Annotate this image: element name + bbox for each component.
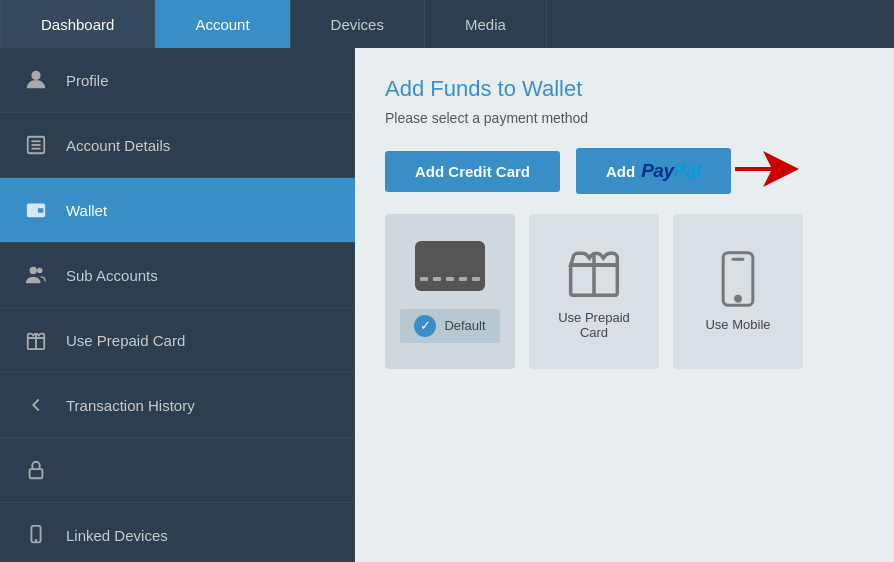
default-label: Default: [444, 318, 485, 333]
sidebar-label-account-details: Account Details: [66, 137, 170, 154]
sidebar-item-account-details[interactable]: Account Details: [0, 113, 355, 178]
sidebar-item-transaction-history[interactable]: Transaction History: [0, 373, 355, 438]
history-icon: [20, 389, 52, 421]
sidebar-item-prepaid-card[interactable]: Use Prepaid Card: [0, 308, 355, 373]
person-icon: [20, 64, 52, 96]
sidebar-label-sub-accounts: Sub Accounts: [66, 267, 158, 284]
svg-marker-15: [735, 151, 799, 187]
add-paypal-button[interactable]: Add PayPal: [576, 148, 731, 194]
top-nav: Dashboard Account Devices Media: [0, 0, 894, 48]
paypal-brand-label: PayPal: [641, 160, 700, 182]
check-icon: ✓: [414, 315, 436, 337]
page-subtitle: Please select a payment method: [385, 110, 864, 126]
payment-cards-row: ✓ Default Use Prepaid Card: [385, 214, 864, 369]
sidebar-item-linked-devices[interactable]: Linked Devices: [0, 503, 355, 562]
lock-icon: [20, 454, 52, 486]
svg-rect-11: [30, 469, 43, 478]
svg-point-21: [736, 296, 741, 301]
page-title: Add Funds to Wallet: [385, 76, 864, 102]
svg-rect-6: [38, 208, 44, 213]
nav-item-devices[interactable]: Devices: [291, 0, 425, 48]
payment-card-prepaid[interactable]: Use Prepaid Card: [529, 214, 659, 369]
sidebar-label-linked-devices: Linked Devices: [66, 527, 168, 544]
group-icon: [20, 259, 52, 291]
payment-buttons-row: Add Credit Card Add PayPal: [385, 148, 864, 194]
sidebar-label-profile: Profile: [66, 72, 109, 89]
device-icon: [20, 519, 52, 551]
prepaid-card-label: Use Prepaid Card: [543, 310, 645, 340]
nav-item-dashboard[interactable]: Dashboard: [0, 0, 155, 48]
sidebar: Profile Account Details Wallet Sub Accou…: [0, 48, 355, 562]
mobile-card-icon: [716, 251, 760, 307]
nav-label-devices: Devices: [331, 16, 384, 33]
gift-card-icon: [566, 244, 622, 300]
nav-item-media[interactable]: Media: [425, 0, 547, 48]
payment-card-credit[interactable]: ✓ Default: [385, 214, 515, 369]
nav-label-media: Media: [465, 16, 506, 33]
credit-card-icon: [415, 241, 485, 291]
sidebar-item-sub-accounts[interactable]: Sub Accounts: [0, 243, 355, 308]
red-arrow-right: [735, 151, 799, 191]
list-icon: [20, 129, 52, 161]
gift-sidebar-icon: [20, 324, 52, 356]
sidebar-label-wallet: Wallet: [66, 202, 107, 219]
sidebar-label-prepaid-card: Use Prepaid Card: [66, 332, 185, 349]
sidebar-item-lock[interactable]: [0, 438, 355, 503]
svg-point-7: [30, 267, 37, 274]
paypal-add-label: Add: [606, 163, 635, 180]
content-area: Add Funds to Wallet Please select a paym…: [355, 48, 894, 562]
wallet-icon: [20, 194, 52, 226]
svg-point-8: [37, 268, 42, 274]
add-credit-card-button[interactable]: Add Credit Card: [385, 151, 560, 192]
nav-label-dashboard: Dashboard: [41, 16, 114, 33]
svg-point-0: [31, 71, 40, 80]
default-badge: ✓ Default: [400, 309, 499, 343]
nav-item-account[interactable]: Account: [155, 0, 290, 48]
sidebar-label-transaction-history: Transaction History: [66, 397, 195, 414]
mobile-card-label: Use Mobile: [705, 317, 770, 332]
payment-card-mobile[interactable]: Use Mobile: [673, 214, 803, 369]
main-layout: Profile Account Details Wallet Sub Accou…: [0, 48, 894, 562]
nav-label-account: Account: [195, 16, 249, 33]
sidebar-item-wallet[interactable]: Wallet: [0, 178, 355, 243]
sidebar-item-profile[interactable]: Profile: [0, 48, 355, 113]
